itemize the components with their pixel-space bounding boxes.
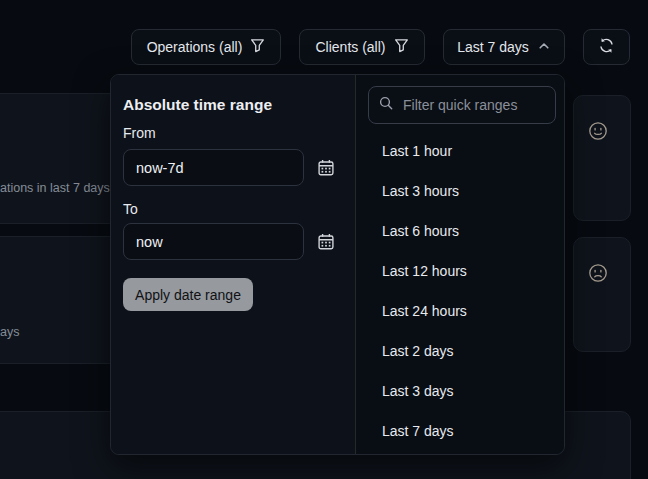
quick-ranges-list: Last 1 hour Last 3 hours Last 6 hours La…: [356, 131, 565, 451]
quick-range-option[interactable]: Last 6 hours: [356, 211, 565, 251]
time-picker-dropdown: Absolute time range From To: [110, 74, 565, 455]
happy-face-icon: [587, 120, 609, 146]
background-card-row2-right: [573, 237, 631, 352]
to-label: To: [123, 201, 138, 217]
quick-range-option[interactable]: Last 3 days: [356, 371, 565, 411]
from-label: From: [123, 125, 156, 141]
from-input[interactable]: [123, 149, 304, 186]
refresh-button[interactable]: [583, 29, 630, 65]
search-icon: [379, 96, 393, 114]
clients-filter-button[interactable]: Clients (all): [299, 29, 425, 65]
clipped-stat-text: ays: [0, 325, 19, 339]
operations-filter-label: Operations (all): [147, 39, 243, 55]
quick-range-option[interactable]: Last 1 hour: [356, 131, 565, 171]
clipped-stat-text: ations in last 7 days: [0, 181, 110, 195]
filter-icon: [394, 38, 409, 56]
calendar-icon[interactable]: [316, 233, 336, 253]
quick-range-option[interactable]: Last 24 hours: [356, 291, 565, 331]
clients-filter-label: Clients (all): [315, 39, 385, 55]
quick-range-option[interactable]: Last 3 hours: [356, 171, 565, 211]
refresh-icon: [598, 37, 615, 57]
chevron-up-icon: [537, 39, 551, 56]
calendar-icon[interactable]: [316, 159, 336, 179]
quick-range-option[interactable]: Last 7 days: [356, 411, 565, 451]
quick-range-option[interactable]: Last 2 days: [356, 331, 565, 371]
absolute-time-range-section: Absolute time range From To: [111, 75, 355, 454]
filter-quick-ranges-input[interactable]: [401, 96, 545, 114]
background-card-row1-right: [573, 95, 631, 221]
dashboard-screen: ations in last 7 days ays Operations (al…: [0, 0, 648, 479]
time-range-label: Last 7 days: [457, 39, 529, 55]
quick-ranges-section: Last 1 hour Last 3 hours Last 6 hours La…: [355, 75, 565, 454]
quick-ranges-search[interactable]: [368, 86, 556, 124]
apply-date-range-button[interactable]: Apply date range: [123, 278, 253, 311]
absolute-time-range-title: Absolute time range: [123, 96, 272, 114]
time-range-button[interactable]: Last 7 days: [443, 29, 565, 65]
sad-face-icon: [587, 262, 609, 288]
operations-filter-button[interactable]: Operations (all): [131, 29, 281, 65]
filter-icon: [250, 38, 265, 56]
quick-range-option[interactable]: Last 12 hours: [356, 251, 565, 291]
to-input[interactable]: [123, 223, 304, 260]
